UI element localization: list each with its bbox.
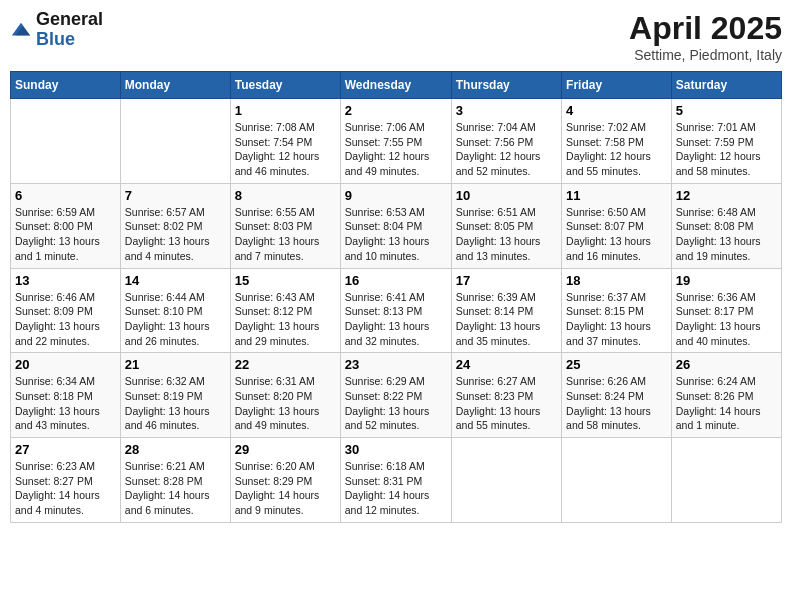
day-number: 10 [456, 188, 557, 203]
day-info: Sunrise: 6:24 AM Sunset: 8:26 PM Dayligh… [676, 374, 777, 433]
day-number: 7 [125, 188, 226, 203]
calendar-cell: 7Sunrise: 6:57 AM Sunset: 8:02 PM Daylig… [120, 183, 230, 268]
day-info: Sunrise: 6:41 AM Sunset: 8:13 PM Dayligh… [345, 290, 447, 349]
day-number: 25 [566, 357, 667, 372]
day-info: Sunrise: 6:50 AM Sunset: 8:07 PM Dayligh… [566, 205, 667, 264]
day-info: Sunrise: 6:26 AM Sunset: 8:24 PM Dayligh… [566, 374, 667, 433]
calendar-cell: 23Sunrise: 6:29 AM Sunset: 8:22 PM Dayli… [340, 353, 451, 438]
calendar-cell: 20Sunrise: 6:34 AM Sunset: 8:18 PM Dayli… [11, 353, 121, 438]
day-number: 20 [15, 357, 116, 372]
day-info: Sunrise: 6:46 AM Sunset: 8:09 PM Dayligh… [15, 290, 116, 349]
calendar-cell [671, 438, 781, 523]
calendar-cell: 10Sunrise: 6:51 AM Sunset: 8:05 PM Dayli… [451, 183, 561, 268]
day-number: 8 [235, 188, 336, 203]
day-info: Sunrise: 6:57 AM Sunset: 8:02 PM Dayligh… [125, 205, 226, 264]
day-number: 22 [235, 357, 336, 372]
day-number: 11 [566, 188, 667, 203]
logo: General Blue [10, 10, 103, 50]
calendar-week-4: 20Sunrise: 6:34 AM Sunset: 8:18 PM Dayli… [11, 353, 782, 438]
calendar-cell: 2Sunrise: 7:06 AM Sunset: 7:55 PM Daylig… [340, 99, 451, 184]
day-number: 24 [456, 357, 557, 372]
day-number: 3 [456, 103, 557, 118]
day-number: 29 [235, 442, 336, 457]
day-info: Sunrise: 6:59 AM Sunset: 8:00 PM Dayligh… [15, 205, 116, 264]
calendar-week-3: 13Sunrise: 6:46 AM Sunset: 8:09 PM Dayli… [11, 268, 782, 353]
day-number: 23 [345, 357, 447, 372]
day-number: 1 [235, 103, 336, 118]
day-info: Sunrise: 6:32 AM Sunset: 8:19 PM Dayligh… [125, 374, 226, 433]
day-info: Sunrise: 6:53 AM Sunset: 8:04 PM Dayligh… [345, 205, 447, 264]
calendar-body: 1Sunrise: 7:08 AM Sunset: 7:54 PM Daylig… [11, 99, 782, 523]
calendar-cell: 4Sunrise: 7:02 AM Sunset: 7:58 PM Daylig… [562, 99, 672, 184]
calendar-cell: 11Sunrise: 6:50 AM Sunset: 8:07 PM Dayli… [562, 183, 672, 268]
day-number: 6 [15, 188, 116, 203]
calendar-cell: 17Sunrise: 6:39 AM Sunset: 8:14 PM Dayli… [451, 268, 561, 353]
day-info: Sunrise: 7:01 AM Sunset: 7:59 PM Dayligh… [676, 120, 777, 179]
calendar-cell [451, 438, 561, 523]
calendar-cell: 8Sunrise: 6:55 AM Sunset: 8:03 PM Daylig… [230, 183, 340, 268]
day-info: Sunrise: 6:31 AM Sunset: 8:20 PM Dayligh… [235, 374, 336, 433]
day-number: 9 [345, 188, 447, 203]
day-number: 5 [676, 103, 777, 118]
calendar-cell: 13Sunrise: 6:46 AM Sunset: 8:09 PM Dayli… [11, 268, 121, 353]
page-subtitle: Settime, Piedmont, Italy [629, 47, 782, 63]
title-block: April 2025 Settime, Piedmont, Italy [629, 10, 782, 63]
day-info: Sunrise: 6:48 AM Sunset: 8:08 PM Dayligh… [676, 205, 777, 264]
day-info: Sunrise: 6:27 AM Sunset: 8:23 PM Dayligh… [456, 374, 557, 433]
day-number: 16 [345, 273, 447, 288]
day-number: 18 [566, 273, 667, 288]
day-number: 13 [15, 273, 116, 288]
calendar-cell: 18Sunrise: 6:37 AM Sunset: 8:15 PM Dayli… [562, 268, 672, 353]
col-header-sunday: Sunday [11, 72, 121, 99]
calendar-cell [562, 438, 672, 523]
day-info: Sunrise: 6:23 AM Sunset: 8:27 PM Dayligh… [15, 459, 116, 518]
calendar-week-2: 6Sunrise: 6:59 AM Sunset: 8:00 PM Daylig… [11, 183, 782, 268]
day-number: 17 [456, 273, 557, 288]
calendar-cell: 27Sunrise: 6:23 AM Sunset: 8:27 PM Dayli… [11, 438, 121, 523]
day-info: Sunrise: 6:18 AM Sunset: 8:31 PM Dayligh… [345, 459, 447, 518]
calendar-cell: 1Sunrise: 7:08 AM Sunset: 7:54 PM Daylig… [230, 99, 340, 184]
day-info: Sunrise: 6:36 AM Sunset: 8:17 PM Dayligh… [676, 290, 777, 349]
col-header-thursday: Thursday [451, 72, 561, 99]
day-number: 30 [345, 442, 447, 457]
calendar-cell: 28Sunrise: 6:21 AM Sunset: 8:28 PM Dayli… [120, 438, 230, 523]
calendar-cell: 26Sunrise: 6:24 AM Sunset: 8:26 PM Dayli… [671, 353, 781, 438]
calendar-cell: 6Sunrise: 6:59 AM Sunset: 8:00 PM Daylig… [11, 183, 121, 268]
day-info: Sunrise: 7:06 AM Sunset: 7:55 PM Dayligh… [345, 120, 447, 179]
calendar-cell: 14Sunrise: 6:44 AM Sunset: 8:10 PM Dayli… [120, 268, 230, 353]
calendar-header-row: SundayMondayTuesdayWednesdayThursdayFrid… [11, 72, 782, 99]
calendar-table: SundayMondayTuesdayWednesdayThursdayFrid… [10, 71, 782, 523]
calendar-cell [11, 99, 121, 184]
calendar-cell: 19Sunrise: 6:36 AM Sunset: 8:17 PM Dayli… [671, 268, 781, 353]
col-header-friday: Friday [562, 72, 672, 99]
day-number: 27 [15, 442, 116, 457]
day-number: 21 [125, 357, 226, 372]
calendar-cell: 24Sunrise: 6:27 AM Sunset: 8:23 PM Dayli… [451, 353, 561, 438]
day-number: 2 [345, 103, 447, 118]
day-info: Sunrise: 7:02 AM Sunset: 7:58 PM Dayligh… [566, 120, 667, 179]
day-info: Sunrise: 6:21 AM Sunset: 8:28 PM Dayligh… [125, 459, 226, 518]
calendar-cell: 15Sunrise: 6:43 AM Sunset: 8:12 PM Dayli… [230, 268, 340, 353]
day-number: 4 [566, 103, 667, 118]
logo-general-text: General [36, 10, 103, 30]
col-header-monday: Monday [120, 72, 230, 99]
col-header-wednesday: Wednesday [340, 72, 451, 99]
calendar-cell: 3Sunrise: 7:04 AM Sunset: 7:56 PM Daylig… [451, 99, 561, 184]
day-info: Sunrise: 6:44 AM Sunset: 8:10 PM Dayligh… [125, 290, 226, 349]
day-number: 15 [235, 273, 336, 288]
logo-blue-text: Blue [36, 30, 103, 50]
day-number: 26 [676, 357, 777, 372]
calendar-week-5: 27Sunrise: 6:23 AM Sunset: 8:27 PM Dayli… [11, 438, 782, 523]
day-number: 28 [125, 442, 226, 457]
day-info: Sunrise: 6:37 AM Sunset: 8:15 PM Dayligh… [566, 290, 667, 349]
calendar-cell: 12Sunrise: 6:48 AM Sunset: 8:08 PM Dayli… [671, 183, 781, 268]
day-info: Sunrise: 7:08 AM Sunset: 7:54 PM Dayligh… [235, 120, 336, 179]
col-header-saturday: Saturday [671, 72, 781, 99]
logo-icon [10, 19, 32, 41]
calendar-cell: 29Sunrise: 6:20 AM Sunset: 8:29 PM Dayli… [230, 438, 340, 523]
calendar-cell: 9Sunrise: 6:53 AM Sunset: 8:04 PM Daylig… [340, 183, 451, 268]
calendar-cell: 5Sunrise: 7:01 AM Sunset: 7:59 PM Daylig… [671, 99, 781, 184]
day-number: 14 [125, 273, 226, 288]
page-header: General Blue April 2025 Settime, Piedmon… [10, 10, 782, 63]
day-info: Sunrise: 6:20 AM Sunset: 8:29 PM Dayligh… [235, 459, 336, 518]
